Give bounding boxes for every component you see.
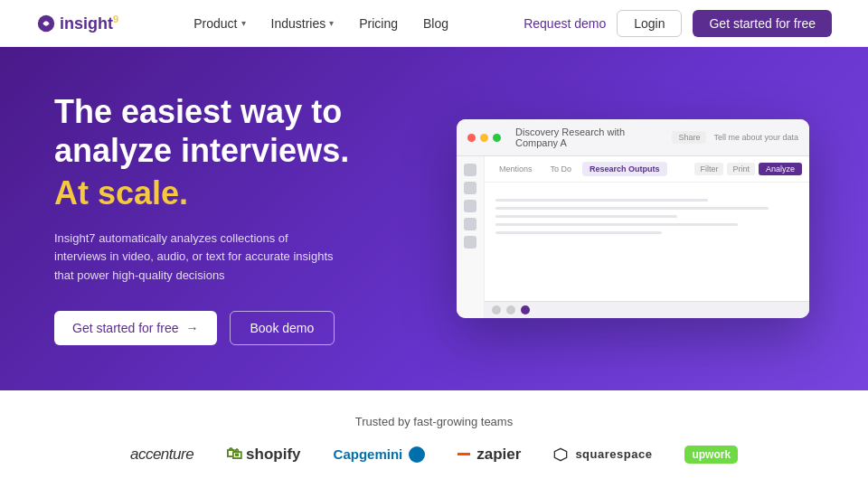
app-titlebar: Discovery Research with Company A Share … — [457, 119, 809, 156]
chevron-down-icon: ▾ — [241, 18, 246, 28]
sidebar-icon[interactable] — [464, 236, 476, 249]
sidebar-icon[interactable] — [464, 182, 476, 194]
sidebar-icon[interactable] — [464, 164, 476, 176]
logos-row: accenture 🛍 shopify Capgemini zapier squ… — [130, 445, 738, 464]
content-line — [495, 223, 738, 226]
content-line — [495, 215, 677, 218]
tab-mentions[interactable]: Mentions — [492, 162, 540, 176]
logo-accenture: accenture — [130, 446, 193, 464]
tab-research-outputs[interactable]: Research Outputs — [582, 162, 667, 176]
hero-title: The easiest way to analyze interviews. — [54, 92, 398, 170]
zapier-dash-icon — [458, 453, 470, 455]
hero-content: The easiest way to analyze interviews. A… — [54, 92, 398, 345]
nav-dot-active[interactable] — [521, 305, 530, 314]
traffic-lights — [467, 134, 501, 142]
share-button[interactable]: Share — [672, 131, 706, 144]
nav-links: Product ▾ Industries ▾ Pricing Blog — [193, 16, 448, 31]
nav-dot[interactable] — [506, 305, 515, 314]
hero-buttons: Get started for free → Book demo — [54, 311, 398, 345]
content-line — [495, 199, 708, 202]
hero-screenshot: Discovery Research with Company A Share … — [452, 119, 814, 318]
navbar: insight9 Product ▾ Industries ▾ Pricing … — [0, 0, 868, 47]
shopify-icon: 🛍 — [226, 445, 242, 464]
sidebar-icon[interactable] — [464, 218, 476, 230]
app-body: Mentions To Do Research Outputs Filter P… — [457, 156, 809, 318]
content-line — [495, 207, 769, 210]
app-window: Discovery Research with Company A Share … — [457, 119, 809, 318]
print-button[interactable]: Print — [727, 163, 755, 175]
hero-book-demo-button[interactable]: Book demo — [230, 311, 335, 345]
logo-squarespace: squarespace — [553, 447, 652, 462]
logo-upwork: upwork — [684, 446, 738, 464]
nav-actions: Request demo Login Get started for free — [524, 10, 832, 37]
logo-zapier: zapier — [458, 446, 521, 464]
trusted-section: Trusted by fast-growing teams accenture … — [0, 390, 868, 488]
nav-industries[interactable]: Industries ▾ — [271, 16, 335, 31]
app-tab-title: Discovery Research with Company A — [515, 127, 665, 148]
app-main-area: Mentions To Do Research Outputs Filter P… — [485, 156, 809, 318]
arrow-icon: → — [186, 321, 199, 335]
nav-dot[interactable] — [492, 305, 501, 314]
app-bottom-bar — [485, 301, 809, 318]
logo-icon — [36, 14, 56, 33]
login-button[interactable]: Login — [617, 10, 682, 37]
tab-todo[interactable]: To Do — [543, 162, 580, 176]
hero-get-started-button[interactable]: Get started for free → — [54, 311, 217, 345]
hero-description: Insight7 automatically analyzes collecti… — [54, 230, 344, 286]
app-sidebar — [457, 156, 485, 318]
nav-blog[interactable]: Blog — [423, 16, 448, 31]
minimize-button — [480, 134, 488, 142]
sidebar-icon[interactable] — [464, 200, 476, 212]
logo-shopify: 🛍 shopify — [226, 445, 300, 464]
analyze-button[interactable]: Analyze — [759, 163, 802, 175]
capgemini-icon — [409, 446, 425, 463]
hero-title-accent: At scale. — [54, 174, 398, 212]
content-line — [495, 231, 662, 234]
app-subtitle: Tell me about your data — [713, 133, 798, 142]
nav-product[interactable]: Product ▾ — [193, 16, 245, 31]
close-button — [467, 134, 476, 142]
maximize-button — [493, 134, 501, 142]
nav-pricing[interactable]: Pricing — [359, 16, 398, 31]
filter-button[interactable]: Filter — [694, 163, 723, 175]
get-started-nav-button[interactable]: Get started for free — [693, 10, 832, 37]
app-content-area — [485, 190, 809, 301]
squarespace-icon — [553, 447, 568, 462]
chevron-down-icon: ▾ — [329, 18, 334, 28]
logo[interactable]: insight9 — [36, 14, 118, 33]
request-demo-button[interactable]: Request demo — [524, 16, 606, 31]
app-toolbar: Mentions To Do Research Outputs Filter P… — [485, 156, 809, 183]
logo-capgemini: Capgemini — [334, 446, 426, 463]
logo-text: insight9 — [60, 14, 118, 33]
hero-section: The easiest way to analyze interviews. A… — [0, 47, 868, 390]
trusted-label: Trusted by fast-growing teams — [355, 415, 513, 428]
